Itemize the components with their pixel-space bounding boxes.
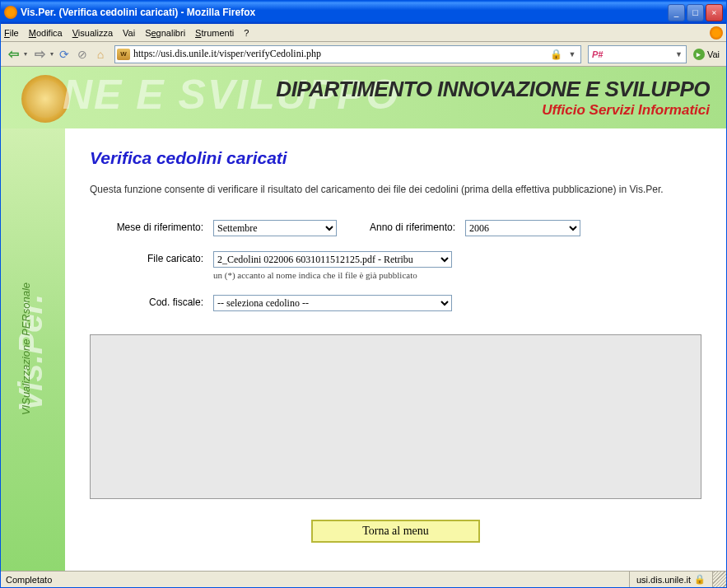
menu-segnalibri[interactable]: Segnalibri <box>145 28 185 38</box>
select-anno[interactable]: 2006 <box>465 220 580 236</box>
menu-strumenti[interactable]: Strumenti <box>195 28 234 38</box>
maximize-button[interactable]: □ <box>687 4 704 21</box>
firefox-icon <box>4 6 17 19</box>
sidebar: Vis.Per. VISualizzazione PERsonale <box>1 128 65 571</box>
search-bar[interactable]: P# ▼ <box>588 45 687 63</box>
search-dropdown-icon[interactable]: ▼ <box>675 50 683 58</box>
statusbar: Completato usi.dis.unile.it 🔒 <box>1 571 726 587</box>
label-file: File caricato: <box>90 251 213 264</box>
main-content: Verifica cedolini caricati Questa funzio… <box>65 128 726 571</box>
resize-grip[interactable] <box>713 572 726 587</box>
page-title: Verifica cedolini caricati <box>90 148 701 168</box>
stop-button[interactable]: ⊘ <box>75 47 90 62</box>
menu-file[interactable]: File <box>4 28 19 38</box>
url-text[interactable]: https://usi.dis.unile.it/visper/verifyCe… <box>133 48 547 60</box>
label-mese: Mese di riferimento: <box>90 220 213 233</box>
menubar: File Modifica Visualizza Vai Segnalibri … <box>1 24 726 42</box>
banner-title: DIPARTIMENTO INNOVAZIONE E SVILUPPO <box>276 77 710 102</box>
status-domain-cell: usi.dis.unile.it 🔒 <box>630 572 713 587</box>
url-dropdown-icon[interactable]: ▼ <box>566 50 579 58</box>
label-cod-fiscale: Cod. fiscale: <box>90 295 213 308</box>
status-text: Completato <box>1 572 630 587</box>
select-file[interactable]: 2_Cedolini 022006 6031011512125.pdf - Re… <box>213 251 452 268</box>
close-button[interactable]: × <box>706 4 723 21</box>
preview-panel <box>90 334 701 499</box>
file-hint: un (*) accanto al nome indica che il fil… <box>213 270 452 280</box>
lock-icon: 🔒 <box>550 49 562 60</box>
back-to-menu-button[interactable]: Torna al menu <box>311 520 480 543</box>
page-description: Questa funzione consente di verificare i… <box>90 183 701 197</box>
select-mese[interactable]: Settembre <box>213 220 337 236</box>
navigation-toolbar: ⇦ ▾ ⇨ ▾ ⟳ ⊘ ⌂ W https://usi.dis.unile.it… <box>1 42 726 67</box>
reload-button[interactable]: ⟳ <box>57 47 72 62</box>
page-banner: NE E SVILUPPO DIPARTIMENTO INNOVAZIONE E… <box>1 67 726 128</box>
go-icon: ▸ <box>693 49 705 60</box>
sidebar-tagline: VISualizzazione PERsonale <box>20 282 32 415</box>
menu-vai[interactable]: Vai <box>123 28 135 38</box>
site-favicon-icon: W <box>117 49 130 60</box>
menu-modifica[interactable]: Modifica <box>29 28 63 38</box>
banner-subtitle: Ufficio Servizi Informatici <box>276 102 710 119</box>
search-engine-icon[interactable]: P# <box>592 49 603 59</box>
menu-help[interactable]: ? <box>244 28 249 38</box>
throbber-icon <box>710 26 723 40</box>
go-button[interactable]: ▸ Vai <box>690 49 723 60</box>
forward-button[interactable]: ⇨ <box>30 45 49 63</box>
window-title: Vis.Per. (Verifica cedolini caricati) - … <box>21 7 668 18</box>
label-anno: Anno di riferimento: <box>337 220 465 233</box>
home-button[interactable]: ⌂ <box>93 47 108 62</box>
url-bar[interactable]: W https://usi.dis.unile.it/visper/verify… <box>114 45 581 63</box>
forward-dropdown-icon[interactable]: ▾ <box>50 50 54 58</box>
select-cod-fiscale[interactable]: -- seleziona cedolino -- <box>213 295 452 311</box>
menu-visualizza[interactable]: Visualizza <box>72 28 113 38</box>
back-button[interactable]: ⇦ <box>4 45 22 63</box>
back-dropdown-icon[interactable]: ▾ <box>24 50 27 58</box>
window-titlebar: Vis.Per. (Verifica cedolini caricati) - … <box>1 1 726 24</box>
go-label: Vai <box>707 49 720 59</box>
status-lock-icon: 🔒 <box>694 574 706 585</box>
minimize-button[interactable]: _ <box>668 4 685 21</box>
status-domain: usi.dis.unile.it <box>636 575 691 585</box>
